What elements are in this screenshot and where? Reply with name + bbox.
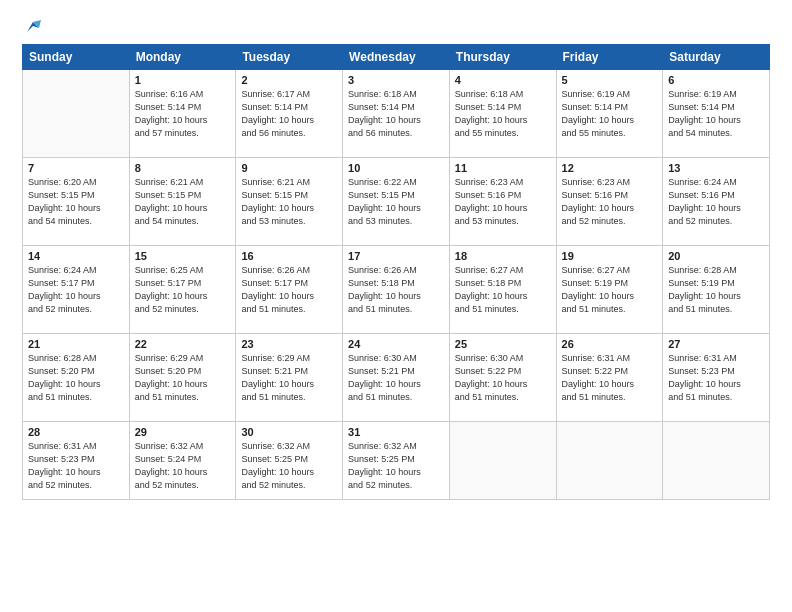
day-number: 7 — [28, 162, 124, 174]
day-cell — [449, 422, 556, 500]
week-row-2: 7Sunrise: 6:20 AM Sunset: 5:15 PM Daylig… — [23, 158, 770, 246]
day-cell: 31Sunrise: 6:32 AM Sunset: 5:25 PM Dayli… — [343, 422, 450, 500]
day-info: Sunrise: 6:16 AM Sunset: 5:14 PM Dayligh… — [135, 88, 231, 140]
logo-bird-icon — [23, 18, 41, 36]
day-number: 3 — [348, 74, 444, 86]
day-number: 25 — [455, 338, 551, 350]
day-cell: 24Sunrise: 6:30 AM Sunset: 5:21 PM Dayli… — [343, 334, 450, 422]
week-row-5: 28Sunrise: 6:31 AM Sunset: 5:23 PM Dayli… — [23, 422, 770, 500]
day-cell: 6Sunrise: 6:19 AM Sunset: 5:14 PM Daylig… — [663, 70, 770, 158]
day-number: 10 — [348, 162, 444, 174]
day-number: 20 — [668, 250, 764, 262]
day-number: 15 — [135, 250, 231, 262]
day-info: Sunrise: 6:26 AM Sunset: 5:17 PM Dayligh… — [241, 264, 337, 316]
day-header-saturday: Saturday — [663, 45, 770, 70]
page: SundayMondayTuesdayWednesdayThursdayFrid… — [0, 0, 792, 612]
day-number: 29 — [135, 426, 231, 438]
day-cell: 25Sunrise: 6:30 AM Sunset: 5:22 PM Dayli… — [449, 334, 556, 422]
day-info: Sunrise: 6:21 AM Sunset: 5:15 PM Dayligh… — [135, 176, 231, 228]
day-cell: 12Sunrise: 6:23 AM Sunset: 5:16 PM Dayli… — [556, 158, 663, 246]
day-cell: 18Sunrise: 6:27 AM Sunset: 5:18 PM Dayli… — [449, 246, 556, 334]
day-header-thursday: Thursday — [449, 45, 556, 70]
week-row-1: 1Sunrise: 6:16 AM Sunset: 5:14 PM Daylig… — [23, 70, 770, 158]
day-number: 30 — [241, 426, 337, 438]
logo — [22, 18, 41, 34]
day-info: Sunrise: 6:31 AM Sunset: 5:23 PM Dayligh… — [668, 352, 764, 404]
day-cell: 27Sunrise: 6:31 AM Sunset: 5:23 PM Dayli… — [663, 334, 770, 422]
day-number: 12 — [562, 162, 658, 174]
day-info: Sunrise: 6:27 AM Sunset: 5:19 PM Dayligh… — [562, 264, 658, 316]
day-cell — [23, 70, 130, 158]
day-cell: 14Sunrise: 6:24 AM Sunset: 5:17 PM Dayli… — [23, 246, 130, 334]
day-header-monday: Monday — [129, 45, 236, 70]
day-info: Sunrise: 6:32 AM Sunset: 5:25 PM Dayligh… — [348, 440, 444, 492]
day-info: Sunrise: 6:24 AM Sunset: 5:16 PM Dayligh… — [668, 176, 764, 228]
day-info: Sunrise: 6:21 AM Sunset: 5:15 PM Dayligh… — [241, 176, 337, 228]
calendar-header-row: SundayMondayTuesdayWednesdayThursdayFrid… — [23, 45, 770, 70]
day-cell: 1Sunrise: 6:16 AM Sunset: 5:14 PM Daylig… — [129, 70, 236, 158]
day-number: 14 — [28, 250, 124, 262]
day-info: Sunrise: 6:31 AM Sunset: 5:22 PM Dayligh… — [562, 352, 658, 404]
day-info: Sunrise: 6:25 AM Sunset: 5:17 PM Dayligh… — [135, 264, 231, 316]
day-info: Sunrise: 6:32 AM Sunset: 5:24 PM Dayligh… — [135, 440, 231, 492]
day-info: Sunrise: 6:23 AM Sunset: 5:16 PM Dayligh… — [455, 176, 551, 228]
day-info: Sunrise: 6:29 AM Sunset: 5:20 PM Dayligh… — [135, 352, 231, 404]
day-header-tuesday: Tuesday — [236, 45, 343, 70]
day-info: Sunrise: 6:32 AM Sunset: 5:25 PM Dayligh… — [241, 440, 337, 492]
day-number: 16 — [241, 250, 337, 262]
day-info: Sunrise: 6:22 AM Sunset: 5:15 PM Dayligh… — [348, 176, 444, 228]
day-info: Sunrise: 6:18 AM Sunset: 5:14 PM Dayligh… — [455, 88, 551, 140]
day-cell — [556, 422, 663, 500]
day-cell: 19Sunrise: 6:27 AM Sunset: 5:19 PM Dayli… — [556, 246, 663, 334]
day-cell: 28Sunrise: 6:31 AM Sunset: 5:23 PM Dayli… — [23, 422, 130, 500]
week-row-3: 14Sunrise: 6:24 AM Sunset: 5:17 PM Dayli… — [23, 246, 770, 334]
day-cell: 11Sunrise: 6:23 AM Sunset: 5:16 PM Dayli… — [449, 158, 556, 246]
header — [22, 18, 770, 34]
day-cell — [663, 422, 770, 500]
day-cell: 26Sunrise: 6:31 AM Sunset: 5:22 PM Dayli… — [556, 334, 663, 422]
day-info: Sunrise: 6:28 AM Sunset: 5:19 PM Dayligh… — [668, 264, 764, 316]
day-number: 9 — [241, 162, 337, 174]
day-info: Sunrise: 6:29 AM Sunset: 5:21 PM Dayligh… — [241, 352, 337, 404]
calendar-table: SundayMondayTuesdayWednesdayThursdayFrid… — [22, 44, 770, 500]
day-cell: 3Sunrise: 6:18 AM Sunset: 5:14 PM Daylig… — [343, 70, 450, 158]
day-number: 4 — [455, 74, 551, 86]
day-number: 31 — [348, 426, 444, 438]
day-info: Sunrise: 6:30 AM Sunset: 5:21 PM Dayligh… — [348, 352, 444, 404]
day-number: 24 — [348, 338, 444, 350]
day-cell: 5Sunrise: 6:19 AM Sunset: 5:14 PM Daylig… — [556, 70, 663, 158]
day-cell: 15Sunrise: 6:25 AM Sunset: 5:17 PM Dayli… — [129, 246, 236, 334]
day-info: Sunrise: 6:20 AM Sunset: 5:15 PM Dayligh… — [28, 176, 124, 228]
day-cell: 21Sunrise: 6:28 AM Sunset: 5:20 PM Dayli… — [23, 334, 130, 422]
day-number: 23 — [241, 338, 337, 350]
day-number: 28 — [28, 426, 124, 438]
day-info: Sunrise: 6:19 AM Sunset: 5:14 PM Dayligh… — [562, 88, 658, 140]
day-info: Sunrise: 6:30 AM Sunset: 5:22 PM Dayligh… — [455, 352, 551, 404]
day-number: 1 — [135, 74, 231, 86]
day-cell: 8Sunrise: 6:21 AM Sunset: 5:15 PM Daylig… — [129, 158, 236, 246]
day-info: Sunrise: 6:26 AM Sunset: 5:18 PM Dayligh… — [348, 264, 444, 316]
day-header-sunday: Sunday — [23, 45, 130, 70]
day-number: 26 — [562, 338, 658, 350]
day-number: 5 — [562, 74, 658, 86]
day-cell: 9Sunrise: 6:21 AM Sunset: 5:15 PM Daylig… — [236, 158, 343, 246]
day-number: 22 — [135, 338, 231, 350]
day-number: 21 — [28, 338, 124, 350]
day-cell: 30Sunrise: 6:32 AM Sunset: 5:25 PM Dayli… — [236, 422, 343, 500]
day-cell: 16Sunrise: 6:26 AM Sunset: 5:17 PM Dayli… — [236, 246, 343, 334]
week-row-4: 21Sunrise: 6:28 AM Sunset: 5:20 PM Dayli… — [23, 334, 770, 422]
day-info: Sunrise: 6:18 AM Sunset: 5:14 PM Dayligh… — [348, 88, 444, 140]
day-number: 27 — [668, 338, 764, 350]
day-info: Sunrise: 6:27 AM Sunset: 5:18 PM Dayligh… — [455, 264, 551, 316]
day-info: Sunrise: 6:24 AM Sunset: 5:17 PM Dayligh… — [28, 264, 124, 316]
day-cell: 29Sunrise: 6:32 AM Sunset: 5:24 PM Dayli… — [129, 422, 236, 500]
day-cell: 7Sunrise: 6:20 AM Sunset: 5:15 PM Daylig… — [23, 158, 130, 246]
day-number: 19 — [562, 250, 658, 262]
day-cell: 10Sunrise: 6:22 AM Sunset: 5:15 PM Dayli… — [343, 158, 450, 246]
day-number: 2 — [241, 74, 337, 86]
day-cell: 22Sunrise: 6:29 AM Sunset: 5:20 PM Dayli… — [129, 334, 236, 422]
day-number: 6 — [668, 74, 764, 86]
day-number: 17 — [348, 250, 444, 262]
day-number: 8 — [135, 162, 231, 174]
day-info: Sunrise: 6:31 AM Sunset: 5:23 PM Dayligh… — [28, 440, 124, 492]
